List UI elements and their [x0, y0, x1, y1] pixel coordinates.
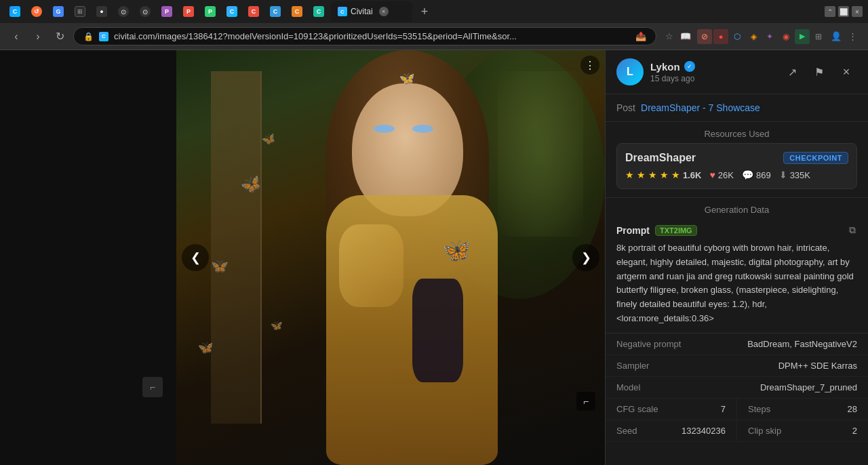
butterfly-white: 🦋 [399, 71, 414, 86]
butterfly-5: 🦋 [271, 320, 282, 331]
timestamp: 15 days ago [650, 74, 774, 83]
tab-icon-ext3[interactable]: P [201, 3, 220, 20]
downloads-stat: ⬇ 335K [779, 169, 810, 180]
prompt-label: Prompt TXT2IMG [616, 225, 697, 236]
butterfly-4: 🦋 [198, 340, 213, 355]
post-label: Post [616, 102, 635, 113]
active-tab[interactable]: C Civitai × [331, 1, 412, 22]
clip-half: Clip skip 2 [737, 420, 868, 442]
seed-value: 132340236 [682, 426, 726, 436]
corner-icon[interactable]: ⌐ [142, 377, 163, 397]
prev-image-button[interactable]: ❮ [182, 244, 209, 271]
ext-icon-6[interactable]: ◉ [778, 29, 793, 44]
address-favicon: C [99, 32, 108, 41]
artwork-image: 🦋 🦋 🦋 🦋 🦋 🦋 🦋 [176, 50, 605, 465]
tab-icon-ext8[interactable]: C [309, 3, 328, 20]
star-4: ★ [660, 169, 669, 180]
prompt-text: 8k portrait of beautiful cyborg with bro… [616, 241, 857, 326]
address-bar-input[interactable]: 🔒 C civitai.com/images/1386412?modelVers… [73, 27, 656, 45]
post-section: Post DreamShaper - 7 Showcase [606, 94, 868, 122]
checkpoint-badge: CHECKPOINT [783, 152, 848, 164]
tab-icon-ext1[interactable]: P [157, 3, 176, 20]
post-link[interactable]: DreamShaper - 7 Showcase [641, 102, 760, 113]
tab-icon-2[interactable]: ↺ [27, 3, 46, 20]
foliage-2 [498, 71, 583, 237]
tab-icon-ext5[interactable]: C [244, 3, 263, 20]
model-name[interactable]: DreamShaper [625, 152, 696, 164]
tab-icon-civitai[interactable]: C [222, 3, 241, 20]
close-window-btn[interactable]: × [852, 6, 863, 17]
more-options-icon[interactable]: ⋮ [845, 29, 860, 44]
ext-icon-2[interactable]: ● [713, 29, 728, 44]
bookmark-star-icon[interactable]: ☆ [662, 29, 677, 44]
tab-icon-gh2[interactable]: ⊙ [136, 3, 155, 20]
ext-icon-off[interactable]: ⊘ [697, 29, 712, 44]
star-1: ★ [625, 169, 634, 180]
tab-icon-gh1[interactable]: ⊙ [114, 3, 133, 20]
negative-prompt-row: Negative prompt BadDream, FastNegativeV2 [606, 333, 868, 355]
resources-title: Resources Used [606, 122, 868, 143]
panel-header: L Lykon ✓ 15 days ago ↗ ⚑ × [606, 50, 868, 94]
tab-icon-ext2[interactable]: P [179, 3, 198, 20]
star-3: ★ [648, 169, 657, 180]
copy-prompt-button[interactable]: ⧉ [848, 223, 857, 237]
flag-button[interactable]: ⚑ [808, 61, 830, 83]
reload-button[interactable]: ↻ [52, 28, 68, 45]
tab-icon-5[interactable]: ● [92, 3, 111, 20]
ext-icon-4[interactable]: ◈ [746, 29, 761, 44]
stars-row: ★ ★ ★ ★ ★ 1.6K [625, 169, 701, 180]
tab-icon-ext6[interactable]: C [266, 3, 285, 20]
ext-icon-5[interactable]: ✦ [762, 29, 777, 44]
window-controls: ⌃ ⬜ × [825, 6, 863, 17]
cfg-label: CFG scale [616, 404, 658, 414]
profile-icon[interactable]: 👤 [829, 29, 844, 44]
comments-count: 869 [756, 170, 771, 180]
more-menu-button[interactable]: ⋮ [580, 56, 599, 75]
seed-half: Seed 132340236 [606, 420, 737, 442]
rating-count: 1.6K [683, 170, 701, 180]
sampler-row: Sampler DPM++ SDE Karras [606, 355, 868, 377]
cast-icon[interactable]: 📤 [635, 31, 646, 41]
new-tab-button[interactable]: + [415, 2, 434, 21]
next-image-button[interactable]: ❯ [572, 244, 599, 271]
share-button[interactable]: ↗ [781, 61, 803, 83]
username: Lykon [650, 61, 680, 73]
forward-button[interactable]: › [30, 28, 46, 45]
bottom-spacer [606, 442, 868, 456]
comment-icon: 💬 [742, 169, 753, 180]
address-bar: ‹ › ↻ 🔒 C civitai.com/images/1386412?mod… [0, 23, 868, 50]
ext-icon-8[interactable]: ⊞ [811, 29, 826, 44]
seed-label: Seed [616, 426, 637, 436]
steps-half: Steps 28 [737, 399, 868, 420]
back-button[interactable]: ‹ [8, 28, 24, 45]
clip-label: Clip skip [748, 426, 781, 436]
active-tab-label: Civitai [351, 7, 373, 16]
maximize-btn[interactable]: ⬜ [838, 6, 849, 17]
negative-prompt-value: BadDream, FastNegativeV2 [747, 339, 857, 349]
verified-badge: ✓ [684, 61, 695, 72]
bookmark-icon[interactable]: 📖 [678, 29, 693, 44]
extension-icons: ⊘ ● ⬡ ◈ ✦ ◉ ▶ ⊞ [697, 29, 826, 44]
toolbar-right: ☆ 📖 ⊘ ● ⬡ ◈ ✦ ◉ ▶ ⊞ 👤 ⋮ [662, 29, 860, 44]
close-panel-button[interactable]: × [835, 61, 857, 83]
model-data-value: DreamShaper_7_pruned [760, 382, 857, 392]
image-viewer: 🦋 🦋 🦋 🦋 🦋 🦋 🦋 ❮ ❯ ⋮ ⌐ [176, 50, 605, 465]
model-card: DreamShaper CHECKPOINT ★ ★ ★ ★ ★ 1.6K ♥ … [616, 143, 857, 189]
minimize-btn[interactable]: ⌃ [825, 6, 835, 17]
model-stats: ★ ★ ★ ★ ★ 1.6K ♥ 26K 💬 869 ⬇ 335K [625, 169, 848, 180]
fullscreen-icon[interactable]: ⌐ [576, 392, 595, 411]
tab-icon-3[interactable]: G [49, 3, 68, 20]
arm-detail [412, 279, 464, 382]
avatar: L [616, 58, 644, 85]
tab-icon-1[interactable]: C [5, 3, 24, 20]
ext-icon-3[interactable]: ⬡ [730, 29, 745, 44]
gold-detail [339, 224, 403, 307]
cfg-value: 7 [721, 404, 726, 414]
clip-value: 2 [852, 426, 857, 436]
right-panel: L Lykon ✓ 15 days ago ↗ ⚑ × Post DreamSh… [605, 50, 868, 465]
ext-icon-7[interactable]: ▶ [795, 29, 810, 44]
tab-icon-4[interactable]: ⊞ [71, 3, 90, 20]
tab-close-btn[interactable]: × [379, 7, 389, 16]
tab-icon-ext7[interactable]: C [288, 3, 307, 20]
likes-stat: ♥ 26K [709, 169, 733, 180]
